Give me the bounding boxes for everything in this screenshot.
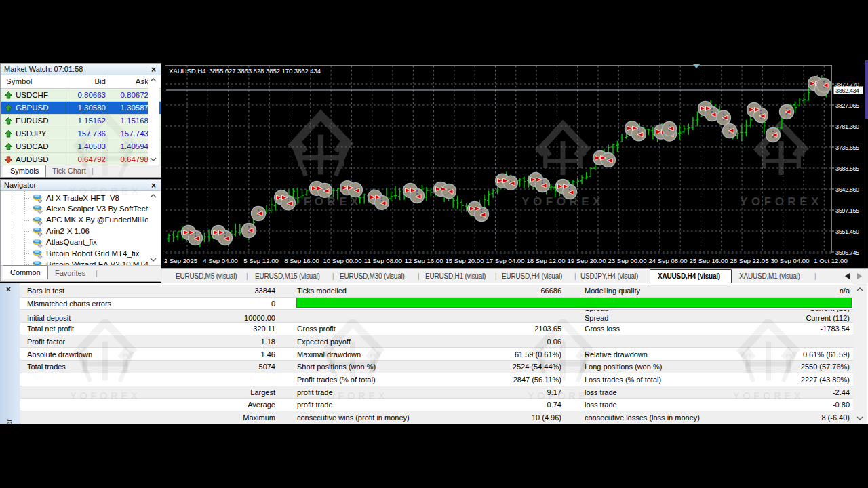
- svg-text:28 Sep 22:05: 28 Sep 22:05: [730, 257, 768, 264]
- svg-text:3642.860: 3642.860: [835, 186, 859, 193]
- svg-text:3505.745: 3505.745: [835, 249, 859, 256]
- svg-text:3735.655: 3735.655: [835, 144, 859, 151]
- svg-text:24 Sep 08:00: 24 Sep 08:00: [648, 257, 687, 264]
- svg-text:30 Sep 04:00: 30 Sep 04:00: [770, 257, 809, 264]
- svg-text:18 Sep 12:00: 18 Sep 12:00: [526, 257, 565, 264]
- svg-text:8 Sep 16:00: 8 Sep 16:00: [284, 257, 319, 264]
- svg-text:3862.434: 3862.434: [835, 87, 859, 94]
- svg-text:4 Sep 04:00: 4 Sep 04:00: [203, 257, 238, 264]
- svg-text:2 Sep 2025: 2 Sep 2025: [164, 257, 197, 264]
- svg-text:3688.565: 3688.565: [835, 165, 859, 172]
- svg-text:12 Sep 16:00: 12 Sep 16:00: [404, 257, 443, 264]
- svg-text:3551.450: 3551.450: [835, 228, 859, 235]
- svg-text:YOFOREX: YOFOREX: [521, 195, 604, 208]
- svg-text:23 Sep 00:00: 23 Sep 00:00: [608, 257, 646, 264]
- svg-text:10 Sep 00:00: 10 Sep 00:00: [323, 257, 361, 264]
- svg-text:3827.065: 3827.065: [835, 102, 859, 109]
- svg-text:11 Sep 08:00: 11 Sep 08:00: [364, 257, 402, 264]
- svg-text:19 Sep 20:00: 19 Sep 20:00: [567, 257, 606, 264]
- svg-text:YOFOREX: YOFOREX: [740, 195, 823, 208]
- svg-text:25 Sep 16:00: 25 Sep 16:00: [689, 257, 728, 264]
- svg-text:3781.360: 3781.360: [835, 123, 859, 130]
- svg-text:17 Sep 04:00: 17 Sep 04:00: [486, 257, 524, 264]
- svg-text:XAUUSD,H4 3855.627 3863.828 3: XAUUSD,H4 3855.627 3863.828 3852.170 386…: [169, 67, 321, 75]
- svg-text:5 Sep 12:00: 5 Sep 12:00: [243, 257, 279, 264]
- svg-text:1 Oct 12:00: 1 Oct 12:00: [814, 257, 848, 264]
- svg-text:15 Sep 20:00: 15 Sep 20:00: [445, 257, 484, 264]
- svg-text:3597.155: 3597.155: [835, 207, 859, 214]
